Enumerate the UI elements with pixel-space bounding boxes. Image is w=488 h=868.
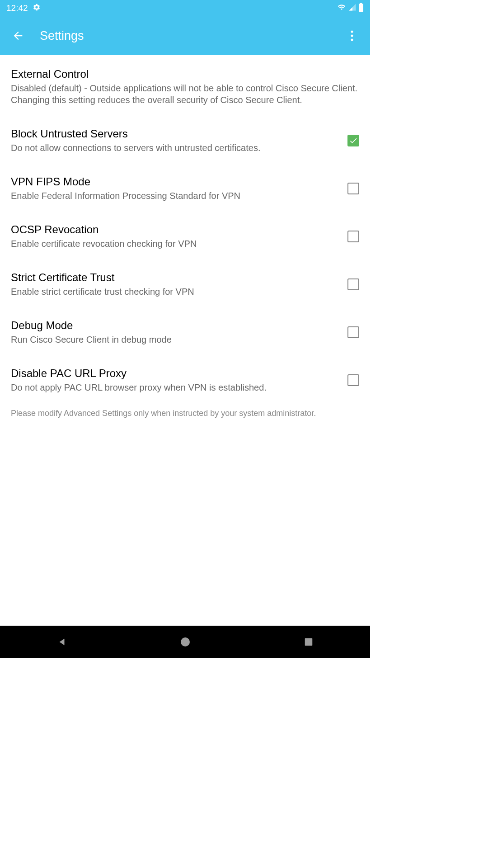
nav-recent-button[interactable]: [282, 631, 336, 653]
battery-icon: [358, 3, 364, 14]
checkbox-strict-cert[interactable]: [347, 278, 359, 290]
setting-desc: Do not allow connections to servers with…: [11, 142, 338, 154]
setting-fips-mode[interactable]: VPN FIPS Mode Enable Federal Information…: [0, 165, 370, 212]
back-button[interactable]: [9, 27, 27, 45]
more-menu-button[interactable]: [343, 27, 361, 45]
gear-icon: [33, 3, 41, 14]
setting-ocsp[interactable]: OCSP Revocation Enable certificate revoc…: [0, 212, 370, 260]
status-bar: 12:42: [0, 0, 370, 16]
setting-strict-cert[interactable]: Strict Certificate Trust Enable strict c…: [0, 260, 370, 308]
circle-home-icon: [180, 637, 191, 647]
setting-title: VPN FIPS Mode: [11, 175, 338, 188]
setting-desc: Do not apply PAC URL browser proxy when …: [11, 382, 338, 393]
svg-rect-1: [360, 3, 362, 4]
setting-text: OCSP Revocation Enable certificate revoc…: [11, 223, 347, 250]
status-bar-right: [337, 3, 364, 14]
status-bar-left: 12:42: [6, 3, 41, 14]
arrow-back-icon: [12, 29, 24, 42]
setting-debug-mode[interactable]: Debug Mode Run Cisco Secure Client in de…: [0, 308, 370, 356]
setting-title: Disable PAC URL Proxy: [11, 367, 338, 380]
setting-external-control[interactable]: External Control Disabled (default) - Ou…: [0, 57, 370, 117]
svg-point-5: [181, 637, 190, 646]
nav-home-button[interactable]: [158, 631, 212, 653]
svg-point-3: [351, 35, 353, 37]
setting-desc: Enable certificate revocation checking f…: [11, 238, 338, 250]
setting-disable-pac[interactable]: Disable PAC URL Proxy Do not apply PAC U…: [0, 356, 370, 404]
setting-title: External Control: [11, 68, 359, 80]
setting-text: Debug Mode Run Cisco Secure Client in de…: [11, 319, 347, 345]
svg-point-4: [351, 39, 353, 41]
setting-text: Block Untrusted Servers Do not allow con…: [11, 127, 347, 154]
svg-rect-0: [359, 4, 363, 12]
checkbox-block-untrusted[interactable]: [347, 135, 359, 146]
nav-back-button[interactable]: [35, 631, 89, 653]
triangle-back-icon: [57, 637, 67, 647]
setting-title: Block Untrusted Servers: [11, 127, 338, 140]
signal-icon: [348, 3, 357, 13]
setting-title: Debug Mode: [11, 319, 338, 332]
setting-text: VPN FIPS Mode Enable Federal Information…: [11, 175, 347, 202]
settings-list: External Control Disabled (default) - Ou…: [0, 55, 370, 423]
square-recent-icon: [304, 637, 314, 647]
setting-desc: Disabled (default) - Outside application…: [11, 82, 359, 106]
setting-text: Strict Certificate Trust Enable strict c…: [11, 271, 347, 297]
setting-desc: Run Cisco Secure Client in debug mode: [11, 334, 338, 345]
svg-rect-6: [305, 638, 312, 646]
more-vert-icon: [351, 30, 353, 41]
setting-text: Disable PAC URL Proxy Do not apply PAC U…: [11, 367, 347, 393]
checkbox-fips-mode[interactable]: [347, 183, 359, 194]
footer-note: Please modify Advanced Settings only whe…: [0, 404, 370, 423]
checkbox-disable-pac[interactable]: [347, 374, 359, 386]
app-bar: Settings: [0, 16, 370, 55]
wifi-icon: [337, 3, 347, 13]
checkbox-ocsp[interactable]: [347, 231, 359, 242]
navigation-bar: [0, 626, 370, 658]
setting-desc: Enable strict certificate trust checking…: [11, 286, 338, 297]
checkmark-icon: [349, 136, 358, 145]
svg-point-2: [351, 31, 353, 33]
status-time: 12:42: [6, 3, 28, 13]
page-title: Settings: [40, 29, 84, 43]
setting-block-untrusted[interactable]: Block Untrusted Servers Do not allow con…: [0, 117, 370, 165]
setting-desc: Enable Federal Information Processing St…: [11, 190, 338, 202]
checkbox-debug-mode[interactable]: [347, 326, 359, 338]
setting-title: OCSP Revocation: [11, 223, 338, 236]
setting-title: Strict Certificate Trust: [11, 271, 338, 284]
